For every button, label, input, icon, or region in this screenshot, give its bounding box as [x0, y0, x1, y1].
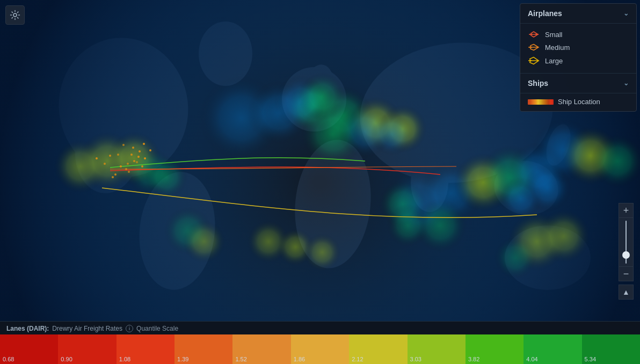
color-segment: 3.03 — [408, 334, 466, 364]
medium-plane-icon — [528, 43, 540, 52]
info-icon[interactable]: i — [126, 325, 133, 332]
color-segment-label: 1.39 — [176, 356, 188, 362]
airplanes-chevron-icon: ⌄ — [623, 10, 629, 17]
lanes-prefix: Lanes (DAIR): — [6, 325, 49, 332]
map-container: Airplanes ⌄ Small — [0, 0, 640, 364]
color-segment: 1.86 — [291, 334, 349, 364]
legend-panel: Airplanes ⌄ Small — [520, 3, 637, 112]
color-segment: 1.39 — [174, 334, 232, 364]
zoom-slider-line — [626, 221, 627, 264]
small-plane-icon — [528, 30, 540, 39]
zoom-out-button[interactable]: − — [619, 266, 634, 281]
ship-location-row: Ship Location — [520, 93, 636, 111]
color-scale-bar: 0.680.901.081.391.521.862.123.033.824.04… — [0, 334, 640, 364]
color-segment-label: 1.52 — [234, 356, 246, 362]
color-segment: 4.04 — [523, 334, 581, 364]
settings-button[interactable] — [5, 5, 25, 25]
color-segment: 0.68 — [0, 334, 58, 364]
color-segment-label: 2.12 — [350, 356, 363, 362]
data-source: Drewry Air Freight Rates — [52, 325, 122, 332]
color-segment-label: 4.04 — [525, 356, 537, 362]
ships-section-header[interactable]: Ships ⌄ — [520, 74, 636, 93]
compass-button[interactable]: ▲ — [619, 285, 634, 300]
color-segment-label: 1.86 — [292, 356, 305, 362]
zoom-in-button[interactable]: + — [619, 203, 634, 218]
large-plane-icon — [528, 56, 540, 65]
color-segment: 3.82 — [466, 334, 523, 364]
large-label: Large — [545, 57, 563, 65]
color-segment: 1.08 — [117, 334, 174, 364]
zoom-slider-thumb[interactable] — [622, 251, 630, 259]
ship-location-label: Ship Location — [558, 98, 600, 106]
medium-label: Medium — [545, 43, 570, 52]
color-segment: 5.34 — [582, 334, 640, 364]
legend-item-small: Small — [528, 28, 629, 41]
svg-point-0 — [13, 13, 17, 17]
small-label: Small — [545, 31, 563, 39]
color-segment-label: 5.34 — [583, 356, 596, 362]
legend-item-large: Large — [528, 54, 629, 68]
zoom-controls: + − ▲ — [619, 203, 634, 300]
legend-item-medium: Medium — [528, 41, 629, 54]
ships-chevron-icon: ⌄ — [623, 79, 629, 87]
airplanes-section-header[interactable]: Airplanes ⌄ — [520, 4, 636, 24]
color-segment-label: 1.08 — [118, 356, 130, 362]
color-segment: 2.12 — [349, 334, 407, 364]
airplanes-title: Airplanes — [528, 9, 562, 18]
color-segment-label: 0.68 — [1, 356, 14, 362]
color-segment-label: 3.82 — [467, 356, 479, 362]
bottom-bar: Lanes (DAIR): Drewry Air Freight Rates i… — [0, 321, 640, 364]
scale-type: Quantile Scale — [136, 325, 178, 332]
color-segment: 0.90 — [58, 334, 116, 364]
zoom-slider-track — [619, 218, 634, 266]
color-segment-label: 3.03 — [409, 356, 421, 362]
ship-color-bar — [528, 99, 554, 105]
ships-section: Ships ⌄ Ship Location — [520, 73, 636, 111]
color-segment-label: 0.90 — [59, 356, 72, 362]
bottom-label-row: Lanes (DAIR): Drewry Air Freight Rates i… — [0, 322, 640, 334]
ships-title: Ships — [528, 79, 548, 88]
airplanes-items: Small Medium Large — [520, 24, 636, 73]
color-segment: 1.52 — [232, 334, 290, 364]
